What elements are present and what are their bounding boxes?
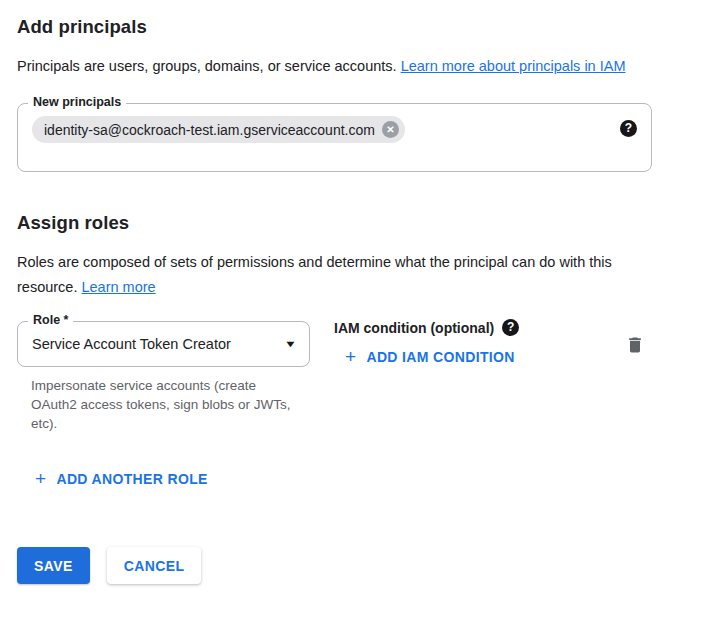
iam-condition-label: IAM condition (optional)	[334, 320, 494, 336]
principal-chip: identity-sa@cockroach-test.iam.gservicea…	[32, 116, 405, 143]
principals-description-text: Principals are users, groups, domains, o…	[17, 58, 401, 74]
role-helper-text: Impersonate service accounts (create OAu…	[17, 376, 305, 433]
role-select-value: Service Account Token Creator	[32, 336, 231, 352]
add-iam-condition-label: ADD IAM CONDITION	[366, 349, 514, 365]
roles-description: Roles are composed of sets of permission…	[17, 250, 669, 300]
delete-role-button[interactable]	[625, 335, 645, 358]
page-title: Add principals	[17, 16, 696, 38]
principals-description: Principals are users, groups, domains, o…	[17, 54, 669, 79]
role-assignment-row: Role * Service Account Token Creator ▼ I…	[17, 321, 696, 433]
learn-more-roles-link[interactable]: Learn more	[81, 279, 155, 295]
role-select[interactable]: Role * Service Account Token Creator ▼	[17, 321, 310, 367]
plus-icon: +	[345, 349, 356, 365]
save-button[interactable]: SAVE	[17, 547, 90, 584]
iam-condition-column: IAM condition (optional) ? + ADD IAM CON…	[334, 321, 539, 367]
learn-more-principals-link[interactable]: Learn more about principals in IAM	[401, 58, 626, 74]
new-principals-help-icon[interactable]: ?	[620, 120, 637, 137]
add-another-role-label: ADD ANOTHER ROLE	[56, 471, 207, 487]
plus-icon: +	[35, 471, 46, 487]
footer-actions: SAVE CANCEL	[17, 547, 696, 584]
role-select-label: Role *	[28, 313, 73, 327]
new-principals-label: New principals	[28, 95, 126, 109]
iam-condition-help-icon[interactable]: ?	[502, 319, 519, 336]
chip-close-icon[interactable]: ✕	[382, 121, 399, 138]
add-iam-condition-button[interactable]: + ADD IAM CONDITION	[345, 349, 515, 365]
trash-icon	[625, 343, 645, 358]
principal-chip-value: identity-sa@cockroach-test.iam.gservicea…	[44, 122, 375, 138]
iam-condition-label-row: IAM condition (optional) ?	[334, 319, 539, 336]
assign-roles-title: Assign roles	[17, 212, 696, 234]
role-column: Role * Service Account Token Creator ▼ I…	[17, 321, 310, 433]
new-principals-field[interactable]: New principals identity-sa@cockroach-tes…	[17, 103, 652, 172]
cancel-button[interactable]: CANCEL	[107, 547, 202, 584]
add-another-role-button[interactable]: + ADD ANOTHER ROLE	[35, 471, 208, 487]
chevron-down-icon: ▼	[284, 339, 297, 349]
